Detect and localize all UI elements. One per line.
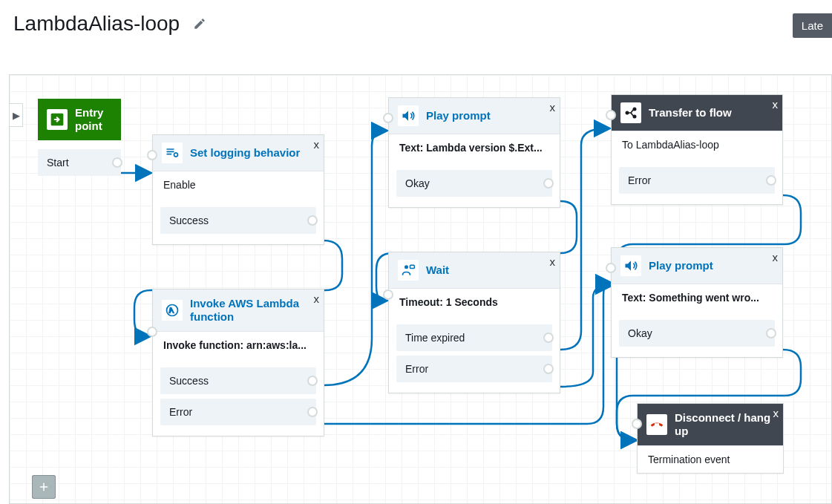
close-icon[interactable]: x <box>314 138 320 151</box>
node-title: Invoke AWS Lambda function <box>190 297 301 324</box>
speaker-icon <box>620 255 641 276</box>
output-success[interactable]: Success <box>160 367 316 394</box>
speaker-icon <box>398 105 419 126</box>
node-title: Play prompt <box>649 259 713 272</box>
person-wait-icon <box>398 260 419 281</box>
hangup-icon <box>646 414 667 435</box>
close-icon[interactable]: x <box>550 101 556 114</box>
canvas[interactable]: Entry point Start x Set logging behavior… <box>10 75 831 503</box>
node-set-logging[interactable]: x Set logging behavior Enable Success <box>152 134 324 245</box>
input-port[interactable] <box>383 113 393 123</box>
node-title: Disconnect / hang up <box>675 411 774 438</box>
node-invoke-lambda[interactable]: x Invoke AWS Lambda function Invoke func… <box>152 289 324 436</box>
output-okay[interactable]: Okay <box>619 320 775 347</box>
close-icon[interactable]: x <box>314 292 320 305</box>
output-error[interactable]: Error <box>619 167 775 194</box>
input-port[interactable] <box>147 150 157 160</box>
latest-button[interactable]: Late <box>793 13 832 38</box>
node-body: Text: Something went wro... <box>612 284 782 311</box>
output-okay[interactable]: Okay <box>396 170 552 197</box>
header: LambdaAlias-loop Late <box>0 0 832 40</box>
lambda-icon <box>162 300 183 321</box>
canvas-container: ▶ <box>9 74 832 504</box>
arrow-right-icon <box>47 109 68 130</box>
node-body: Enable <box>153 171 324 198</box>
branch-icon <box>620 102 641 123</box>
node-title: Transfer to flow <box>649 106 732 120</box>
output-success[interactable]: Success <box>160 207 316 234</box>
input-port[interactable] <box>383 289 393 300</box>
svg-point-7 <box>633 115 635 117</box>
node-body: Invoke function: arn:aws:la... <box>153 332 324 359</box>
flow-title: LambdaAlias-loop <box>13 12 180 36</box>
svg-point-1 <box>174 153 178 157</box>
svg-point-3 <box>404 265 408 269</box>
node-title: Set logging behavior <box>190 146 300 160</box>
output-time-expired[interactable]: Time expired <box>396 324 552 351</box>
page: LambdaAlias-loop Late ▶ <box>0 0 832 504</box>
node-entry-point[interactable]: Entry point Start <box>38 99 121 176</box>
output-start[interactable]: Start <box>38 149 121 176</box>
input-port[interactable] <box>606 263 616 273</box>
input-port[interactable] <box>632 419 642 429</box>
node-title: Play prompt <box>426 109 491 122</box>
node-title: Entry point <box>75 106 112 133</box>
close-icon[interactable]: x <box>773 251 779 264</box>
node-transfer-flow[interactable]: x Transfer to flow To LambdaAlias-loop E… <box>611 94 783 205</box>
svg-point-6 <box>633 108 635 110</box>
node-play-prompt-2[interactable]: x Play prompt Text: Something went wro..… <box>611 247 783 358</box>
output-error[interactable]: Error <box>160 399 316 425</box>
node-body: To LambdaAlias-loop <box>612 131 782 158</box>
node-wait[interactable]: x Wait Timeout: 1 Seconds Time expired E… <box>388 252 560 393</box>
node-title: Wait <box>426 264 449 277</box>
settings-list-icon <box>162 143 183 163</box>
input-port[interactable] <box>606 110 616 120</box>
node-disconnect[interactable]: x Disconnect / hang up Termination event <box>637 403 784 474</box>
svg-point-5 <box>626 111 628 114</box>
node-play-prompt-1[interactable]: x Play prompt Text: Lambda version $.Ext… <box>388 97 560 208</box>
svg-rect-4 <box>410 265 415 268</box>
close-icon[interactable]: x <box>773 98 779 111</box>
close-icon[interactable]: x <box>773 407 779 419</box>
output-error[interactable]: Error <box>396 356 552 382</box>
node-body: Termination event <box>638 446 783 473</box>
input-port[interactable] <box>147 327 157 337</box>
node-body: Text: Lambda version $.Ext... <box>389 134 560 161</box>
node-body: Timeout: 1 Seconds <box>389 289 560 315</box>
edit-icon[interactable] <box>193 17 206 30</box>
close-icon[interactable]: x <box>550 255 556 268</box>
